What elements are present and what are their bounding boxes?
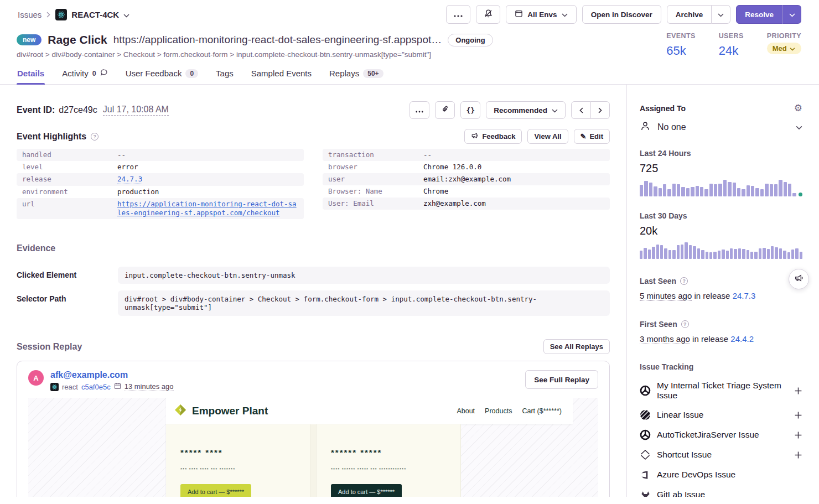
previous-event-button[interactable] [571, 101, 591, 119]
chevron-down-icon [123, 10, 129, 19]
archive-dropdown-button[interactable] [712, 5, 730, 24]
issue-tracking-item[interactable]: AutoTicketJiraServer Issue [640, 429, 802, 440]
floating-feedback-button[interactable] [789, 269, 809, 289]
issue-tracking-item[interactable]: Azure DevOps Issue [640, 469, 802, 480]
event-sort-label: Recommended [494, 106, 547, 115]
edit-highlights-button[interactable]: ✎ Edit [574, 129, 610, 144]
breadcrumb-issues-link[interactable]: Issues [18, 10, 42, 19]
replay-user-email-link[interactable]: afk@example.com [50, 370, 128, 380]
view-json-button[interactable]: {} [460, 101, 480, 119]
more-options-button[interactable] [446, 5, 470, 24]
add-issue-button[interactable] [794, 387, 802, 395]
tab-activity[interactable]: Activity0 [61, 65, 108, 84]
add-issue-button[interactable] [794, 411, 802, 419]
evidence-value: div#root > div#body-container > Checkout… [118, 290, 610, 316]
chart-bar [792, 193, 796, 196]
add-to-cart-button[interactable]: Add to cart — $****** [331, 484, 402, 497]
last-24-hours-chart[interactable] [640, 180, 802, 196]
chart-bar [775, 247, 777, 259]
last-seen-text: 5 minutes ago in release 24.7.3 [640, 291, 802, 300]
last-30-days-chart[interactable] [640, 242, 802, 259]
replay-nav-item[interactable]: Cart ($******) [522, 407, 562, 415]
events-value[interactable]: 65k [666, 44, 695, 58]
feedback-button[interactable]: Feedback [464, 129, 522, 144]
tab-count: 0 [92, 70, 96, 77]
issue-tracking-section: Issue Tracking My Internal Ticket Triage… [640, 362, 802, 497]
chart-bar [728, 182, 731, 196]
help-icon[interactable]: ? [680, 277, 688, 285]
add-issue-button[interactable] [794, 431, 802, 439]
highlight-value-link[interactable]: 24.7.3 [117, 175, 142, 184]
last-seen-title: Last Seen ? [640, 277, 688, 285]
issue-tracking-item[interactable]: My Internal Ticket Triage System Issue [640, 381, 802, 401]
event-more-button[interactable] [409, 101, 429, 119]
see-all-replays-button[interactable]: See All Replays [543, 339, 610, 354]
assignee-selector[interactable]: No one [640, 121, 802, 134]
linear-icon [640, 409, 651, 420]
evidence-section: Evidence Clicked Elementinput.complete-c… [17, 243, 610, 316]
chart-bar [672, 184, 676, 196]
chart-bar [713, 252, 716, 259]
wheel-icon [640, 429, 651, 440]
replay-nav-item[interactable]: About [457, 407, 475, 415]
replay-product-card: ****** ********* ****** ***** *** ******… [317, 424, 460, 497]
event-sort-selector[interactable]: Recommended [486, 101, 566, 119]
last-30-days-title: Last 30 Days [640, 211, 687, 220]
tab-tags[interactable]: Tags [215, 65, 234, 84]
chart-bar [693, 246, 696, 259]
attachments-button[interactable] [435, 101, 455, 119]
issue-tracking-item[interactable]: GitLab Issue [640, 489, 802, 497]
open-in-discover-button[interactable]: Open in Discover [582, 5, 661, 24]
view-all-button[interactable]: View All [527, 129, 568, 144]
last-seen-release-link[interactable]: 24.7.3 [733, 291, 756, 300]
highlight-row: User: Emailzxh@example.com [323, 198, 610, 210]
tab-label: Replays [329, 69, 359, 78]
priority-selector[interactable]: Med [767, 43, 801, 54]
evidence-title: Evidence [17, 243, 610, 253]
issue-tracking-item[interactable]: Linear Issue [640, 409, 802, 420]
add-issue-button[interactable] [794, 451, 802, 459]
tab-user-feedback[interactable]: User Feedback0 [125, 65, 199, 84]
issue-tracking-label: GitLab Issue [657, 490, 705, 497]
chevron-down-icon [789, 11, 795, 19]
archive-button[interactable]: Archive [667, 5, 712, 24]
environment-selector[interactable]: All Envs [506, 5, 576, 24]
help-icon[interactable]: ? [681, 320, 689, 328]
replay-id-link[interactable]: c5af0e5c [81, 383, 111, 391]
chevron-down-icon [552, 106, 558, 115]
next-event-button[interactable] [591, 101, 610, 119]
first-seen-release-link[interactable]: 24.4.2 [730, 334, 754, 344]
resolve-dropdown-button[interactable] [782, 5, 801, 24]
highlight-value: Chrome 126.0.0 [423, 163, 481, 172]
chart-bar [652, 247, 655, 259]
window-icon [515, 9, 523, 19]
resolve-button[interactable]: Resolve [736, 5, 782, 24]
users-value[interactable]: 24k [719, 44, 744, 58]
tab-details[interactable]: Details [17, 65, 45, 84]
replay-nav-item[interactable]: Products [485, 407, 512, 415]
chart-bar [697, 248, 700, 259]
first-seen-title: First Seen ? [640, 320, 689, 329]
tab-replays[interactable]: Replays50+ [329, 65, 384, 84]
see-full-replay-button[interactable]: See Full Replay [525, 370, 598, 389]
avatar: A [28, 370, 44, 386]
tab-sampled-events[interactable]: Sampled Events [251, 65, 312, 84]
issue-tabs: DetailsActivity0User Feedback0TagsSample… [0, 65, 819, 85]
issue-tracking-item[interactable]: Shortcut Issue [640, 449, 802, 460]
highlights-actions: Feedback View All ✎ Edit [464, 129, 610, 144]
chart-bar [664, 248, 667, 259]
help-icon[interactable]: ? [91, 133, 99, 141]
replay-preview-player[interactable]: Empower Plant AboutProductsCart ($******… [28, 398, 598, 497]
main-content: Event ID: d27ce49c Jul 17, 10:08 AM {} R… [0, 85, 627, 497]
highlights-table-right: transaction--browserChrome 126.0.0userem… [323, 149, 610, 219]
chart-bar [640, 251, 642, 259]
project-selector[interactable]: REACT-4CK [55, 9, 129, 20]
mute-alerts-button[interactable] [476, 5, 500, 24]
event-header-row: Event ID: d27ce49c Jul 17, 10:08 AM {} R… [17, 101, 610, 119]
highlight-row: environmentproduction [17, 186, 304, 198]
highlight-value-link[interactable]: https://application-monitoring-react-dot… [117, 200, 298, 217]
add-to-cart-button[interactable]: Add to cart — $****** [180, 484, 251, 497]
replay-time-ago: 13 minutes ago [125, 382, 174, 391]
chart-bar [784, 182, 787, 196]
gear-icon[interactable]: ⚙ [794, 103, 802, 113]
